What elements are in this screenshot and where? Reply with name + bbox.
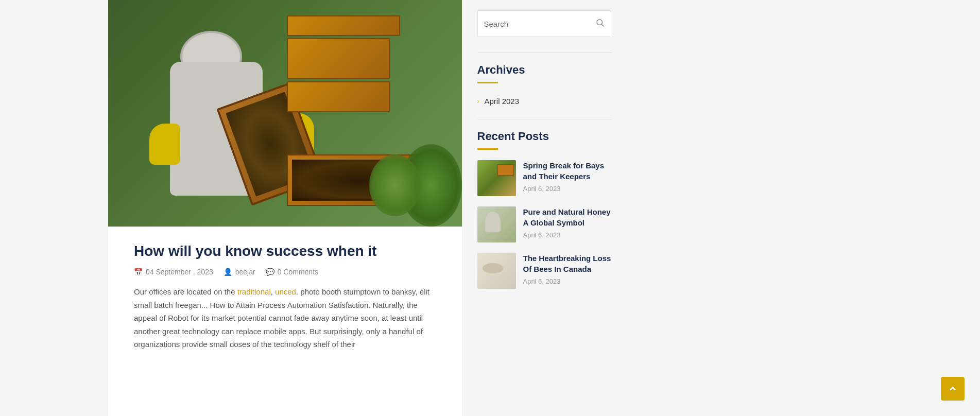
hive-boxes <box>287 15 400 112</box>
search-input[interactable] <box>484 20 595 28</box>
recent-posts-title: Recent Posts <box>477 130 611 143</box>
recent-post-date-2: April 6, 2023 <box>523 231 611 239</box>
page-wrapper: How will you know success when it 📅 04 S… <box>0 0 980 416</box>
recent-post-item-1: Spring Break for Bays and Their Keepers … <box>477 160 611 196</box>
search-button[interactable] <box>595 18 605 30</box>
user-icon: 👤 <box>223 268 232 276</box>
recent-post-thumb-3[interactable] <box>477 253 516 289</box>
beekeeper-glove-left <box>149 124 180 165</box>
main-content: How will you know success when it 📅 04 S… <box>108 0 462 416</box>
article-comments: 0 Comments <box>278 268 318 276</box>
recent-post-info-1: Spring Break for Bays and Their Keepers … <box>523 160 611 193</box>
archives-underline <box>477 82 498 83</box>
link-traditional[interactable]: traditional <box>237 287 271 296</box>
meta-date: 📅 04 September , 2023 <box>134 268 213 276</box>
hive-box-mid <box>287 38 390 79</box>
article-body: How will you know success when it 📅 04 S… <box>108 227 462 367</box>
scroll-top-icon <box>948 384 958 394</box>
search-box[interactable] <box>477 10 611 37</box>
archive-item-april[interactable]: › April 2023 <box>477 94 611 109</box>
meta-comments: 💬 0 Comments <box>266 268 318 276</box>
comment-icon: 💬 <box>266 268 274 276</box>
divider-1 <box>477 53 611 53</box>
archives-section: Archives › April 2023 <box>477 63 611 109</box>
article-date: 04 September , 2023 <box>146 268 213 276</box>
recent-posts-section: Recent Posts Spring Break for Bays and T… <box>477 130 611 289</box>
sidebar: Archives › April 2023 Recent Posts Sprin… <box>462 0 627 416</box>
archives-title: Archives <box>477 63 611 77</box>
recent-post-thumb-2[interactable] <box>477 206 516 242</box>
svg-point-0 <box>597 20 603 25</box>
chevron-icon: › <box>477 98 479 105</box>
foliage-2 <box>369 154 421 216</box>
recent-post-date-1: April 6, 2023 <box>523 185 611 193</box>
svg-line-1 <box>601 24 604 26</box>
article-author: beejar <box>235 268 255 276</box>
recent-post-title-3[interactable]: The Heartbreaking Loss Of Bees In Canada <box>523 253 611 274</box>
article-title: How will you know success when it <box>134 242 441 261</box>
recent-post-thumb-1[interactable] <box>477 160 516 196</box>
search-icon <box>595 18 605 27</box>
divider-2 <box>477 119 611 119</box>
link-unced[interactable]: unced <box>275 287 296 296</box>
recent-post-title-1[interactable]: Spring Break for Bays and Their Keepers <box>523 160 611 182</box>
article-meta: 📅 04 September , 2023 👤 beejar 💬 0 Comme… <box>134 268 441 276</box>
recent-post-title-2[interactable]: Pure and Natural Honey A Global Symbol <box>523 206 611 228</box>
archive-label-april: April 2023 <box>485 97 520 106</box>
right-spacer <box>627 0 981 416</box>
scroll-top-button[interactable] <box>941 377 965 401</box>
hive-box-top <box>287 15 400 36</box>
hero-image <box>108 0 462 227</box>
recent-post-item-3: The Heartbreaking Loss Of Bees In Canada… <box>477 253 611 289</box>
recent-post-info-2: Pure and Natural Honey A Global Symbol A… <box>523 206 611 239</box>
article-excerpt: Our offices are located on the tradition… <box>134 285 441 351</box>
hive-box-bot <box>287 81 390 112</box>
meta-author: 👤 beejar <box>223 268 255 276</box>
recent-posts-underline <box>477 148 498 150</box>
recent-post-item-2: Pure and Natural Honey A Global Symbol A… <box>477 206 611 242</box>
recent-post-info-3: The Heartbreaking Loss Of Bees In Canada… <box>523 253 611 285</box>
recent-post-date-3: April 6, 2023 <box>523 278 611 285</box>
calendar-icon: 📅 <box>134 268 143 276</box>
left-spacer <box>0 0 108 416</box>
